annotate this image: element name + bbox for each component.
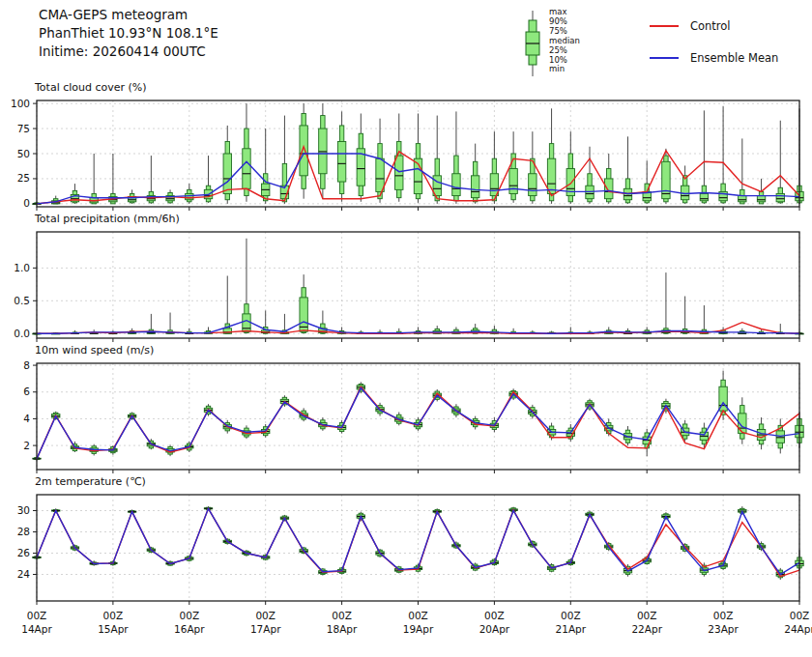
init-time: Initime: 20260414 00UTC [39,43,218,61]
boxplot-legend-labels: max 90% 75% median 25% 10% min [549,8,580,74]
meteogram-page: CMA-GEPS meteogram PhanThiet 10.93°N 108… [0,0,812,657]
cloud-cover-title: Total cloud cover (%) [35,81,812,94]
svg-text:100: 100 [11,98,30,109]
wind-speed-title: 10m wind speed (m/s) [35,344,812,357]
legend-entry-control: Control [650,19,778,33]
precipitation-panel: Total precipitation (mm/6h) 0.00.51.0 [0,213,812,344]
svg-text:00Z: 00Z [408,610,428,621]
svg-text:00Z: 00Z [332,610,352,621]
svg-text:00Z: 00Z [103,610,124,621]
legend-entry-ensemble-mean: Ensemble Mean [650,51,778,65]
station-location: PhanThiet 10.93°N 108.1°E [39,24,218,43]
svg-text:30: 30 [17,504,30,516]
precipitation-chart: 0.00.51.0 [0,226,812,344]
svg-text:50: 50 [17,148,30,159]
svg-text:00Z: 00Z [484,610,505,621]
boxplot-legend-glyph [520,9,545,82]
meteogram-header: CMA-GEPS meteogram PhanThiet 10.93°N 108… [39,6,218,61]
app-title: CMA-GEPS meteogram [39,6,218,24]
svg-text:0: 0 [23,197,30,209]
temperature-chart: 00Z14Apr00Z15Apr00Z16Apr00Z17Apr00Z18Apr… [0,489,812,642]
svg-text:23Apr: 23Apr [708,623,739,635]
svg-text:1.0: 1.0 [14,262,30,273]
control-line-swatch [650,25,679,27]
boxplot-glyph-icon [520,9,545,78]
svg-text:22Apr: 22Apr [631,623,662,635]
ensemble-mean-label: Ensemble Mean [690,51,778,65]
svg-text:6: 6 [23,386,30,397]
wind-speed-chart: 2468 [0,357,812,475]
svg-text:24Apr: 24Apr [784,623,812,635]
svg-text:26: 26 [17,547,31,558]
legend-label-min: min [549,65,580,74]
svg-text:00Z: 00Z [713,610,734,621]
svg-text:18Apr: 18Apr [327,623,358,635]
svg-text:21Apr: 21Apr [556,623,587,635]
svg-text:14Apr: 14Apr [21,623,52,635]
svg-text:00Z: 00Z [637,610,657,621]
panels-container: Total cloud cover (%) 0255075100 Total p… [0,81,812,642]
svg-text:0.5: 0.5 [14,295,30,306]
svg-text:00Z: 00Z [180,610,200,621]
svg-text:00Z: 00Z [561,610,581,621]
cloud-cover-panel: Total cloud cover (%) 0255075100 [0,81,812,213]
svg-text:20Apr: 20Apr [479,623,510,635]
svg-text:16Apr: 16Apr [174,623,205,635]
svg-text:00Z: 00Z [255,610,276,621]
svg-text:15Apr: 15Apr [98,623,129,635]
svg-text:24: 24 [17,568,31,580]
svg-text:19Apr: 19Apr [403,623,434,635]
svg-text:28: 28 [17,526,30,537]
wind-speed-panel: 10m wind speed (m/s) 2468 [0,344,812,475]
line-legend: Control Ensemble Mean [650,19,778,83]
precipitation-title: Total precipitation (mm/6h) [35,213,812,225]
svg-text:17Apr: 17Apr [250,623,281,635]
temperature-panel: 2m temperature (℃) 00Z14Apr00Z15Apr00Z16… [0,475,812,642]
svg-text:4: 4 [23,413,30,424]
svg-text:25: 25 [17,172,30,184]
cloud-cover-chart: 0255075100 [0,95,812,213]
svg-text:8: 8 [23,359,30,371]
svg-text:00Z: 00Z [790,610,810,621]
svg-text:2: 2 [23,440,30,451]
svg-text:00Z: 00Z [27,610,47,621]
temperature-title: 2m temperature (℃) [35,475,812,488]
svg-text:0.0: 0.0 [14,328,30,339]
svg-text:75: 75 [17,123,30,134]
ensemble-mean-line-swatch [650,57,679,59]
control-label: Control [690,19,731,33]
